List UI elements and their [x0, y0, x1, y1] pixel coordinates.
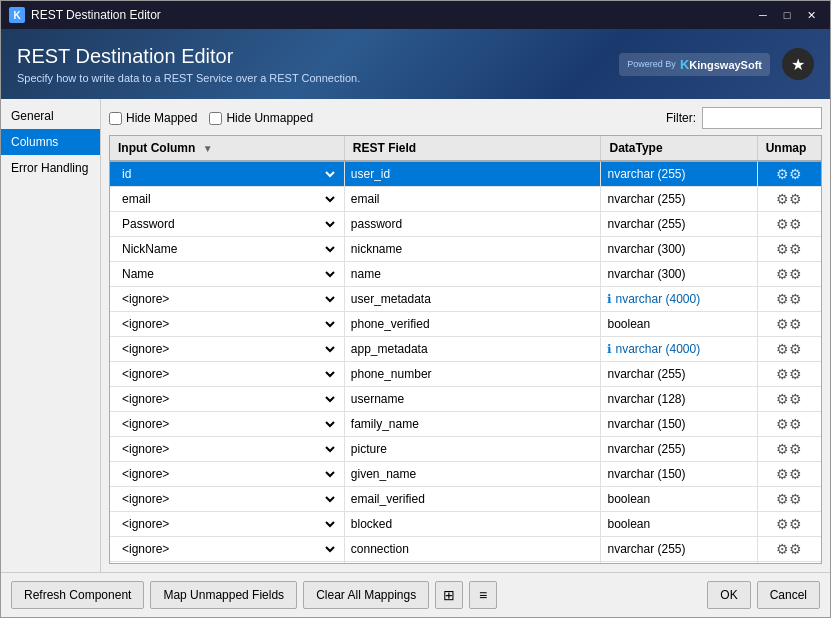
toolbar-left: Hide Mapped Hide Unmapped: [109, 111, 313, 125]
hide-mapped-input[interactable]: [109, 112, 122, 125]
title-bar: K REST Destination Editor ─ □ ✕: [1, 1, 830, 29]
unmap-button[interactable]: ⚙⚙: [764, 491, 815, 507]
input-column-select[interactable]: <ignore>: [116, 515, 338, 533]
table-row: <ignore>email_verifiedboolean⚙⚙: [110, 487, 821, 512]
maximize-button[interactable]: □: [776, 6, 798, 24]
input-column-select[interactable]: Password: [116, 215, 338, 233]
minimize-button[interactable]: ─: [752, 6, 774, 24]
cell-data-type: boolean: [601, 562, 757, 565]
table-icon: ⊞: [443, 587, 455, 603]
cell-unmap: ⚙⚙: [757, 187, 821, 212]
cell-rest-field: phone_verified: [344, 312, 601, 337]
cell-unmap: ⚙⚙: [757, 562, 821, 565]
table-row: <ignore>verify_emailboolean⚙⚙: [110, 562, 821, 565]
cell-input-column: <ignore>: [110, 562, 344, 565]
input-column-select[interactable]: <ignore>: [116, 490, 338, 508]
cell-rest-field: verify_email: [344, 562, 601, 565]
cell-rest-field: app_metadata: [344, 337, 601, 362]
unmap-button[interactable]: ⚙⚙: [764, 441, 815, 457]
input-column-select[interactable]: Name: [116, 265, 338, 283]
unmap-button[interactable]: ⚙⚙: [764, 191, 815, 207]
input-column-select[interactable]: NickName: [116, 240, 338, 258]
cell-input-column: <ignore>: [110, 487, 344, 512]
cell-unmap: ⚙⚙: [757, 337, 821, 362]
input-column-select[interactable]: <ignore>: [116, 365, 338, 383]
cancel-button[interactable]: Cancel: [757, 581, 820, 609]
input-column-select[interactable]: id: [116, 165, 338, 183]
header-unmap: Unmap: [757, 136, 821, 161]
window: K REST Destination Editor ─ □ ✕ REST Des…: [0, 0, 831, 618]
unmap-button[interactable]: ⚙⚙: [764, 541, 815, 557]
cell-rest-field: user_id: [344, 161, 601, 187]
cell-data-type: nvarchar (150): [601, 462, 757, 487]
table-view-button[interactable]: ⊞: [435, 581, 463, 609]
footer-left: Refresh Component Map Unmapped Fields Cl…: [11, 581, 497, 609]
unmap-button[interactable]: ⚙⚙: [764, 466, 815, 482]
cell-rest-field: connection: [344, 537, 601, 562]
header-title: REST Destination Editor: [17, 45, 360, 68]
cell-data-type: nvarchar (300): [601, 262, 757, 287]
cell-input-column: <ignore>: [110, 537, 344, 562]
sidebar-item-general[interactable]: General: [1, 103, 100, 129]
sidebar-item-error-handling[interactable]: Error Handling: [1, 155, 100, 181]
input-column-select[interactable]: <ignore>: [116, 415, 338, 433]
unmap-button[interactable]: ⚙⚙: [764, 266, 815, 282]
input-column-select[interactable]: <ignore>: [116, 290, 338, 308]
table-row: <ignore>user_metadataℹnvarchar (4000)⚙⚙: [110, 287, 821, 312]
clear-mappings-button[interactable]: Clear All Mappings: [303, 581, 429, 609]
unmap-button[interactable]: ⚙⚙: [764, 166, 815, 182]
input-column-select[interactable]: <ignore>: [116, 315, 338, 333]
cell-rest-field: name: [344, 262, 601, 287]
unmap-button[interactable]: ⚙⚙: [764, 391, 815, 407]
cell-rest-field: email_verified: [344, 487, 601, 512]
input-column-select[interactable]: <ignore>: [116, 440, 338, 458]
sidebar-item-columns[interactable]: Columns: [1, 129, 100, 155]
cell-rest-field: email: [344, 187, 601, 212]
hide-unmapped-checkbox[interactable]: Hide Unmapped: [209, 111, 313, 125]
hide-mapped-checkbox[interactable]: Hide Mapped: [109, 111, 197, 125]
input-column-select[interactable]: <ignore>: [116, 340, 338, 358]
star-logo: ★: [782, 48, 814, 80]
unmap-button[interactable]: ⚙⚙: [764, 241, 815, 257]
cell-input-column: Password: [110, 212, 344, 237]
table-row: <ignore>phone_numbernvarchar (255)⚙⚙: [110, 362, 821, 387]
header-left: REST Destination Editor Specify how to w…: [17, 45, 360, 84]
sort-arrow-input: ▼: [203, 143, 213, 154]
map-unmapped-button[interactable]: Map Unmapped Fields: [150, 581, 297, 609]
cell-input-column: <ignore>: [110, 437, 344, 462]
header-input-column: Input Column ▼: [110, 136, 344, 161]
unmap-button[interactable]: ⚙⚙: [764, 316, 815, 332]
cell-rest-field: password: [344, 212, 601, 237]
unmap-button[interactable]: ⚙⚙: [764, 516, 815, 532]
cell-unmap: ⚙⚙: [757, 312, 821, 337]
cell-input-column: <ignore>: [110, 362, 344, 387]
input-column-select[interactable]: email: [116, 190, 338, 208]
unmap-button[interactable]: ⚙⚙: [764, 341, 815, 357]
input-column-select[interactable]: <ignore>: [116, 465, 338, 483]
title-bar-controls: ─ □ ✕: [752, 6, 822, 24]
input-column-select[interactable]: <ignore>: [116, 390, 338, 408]
cell-data-type: ℹnvarchar (4000): [601, 287, 757, 312]
unmap-button[interactable]: ⚙⚙: [764, 366, 815, 382]
cell-data-type: nvarchar (150): [601, 412, 757, 437]
ok-button[interactable]: OK: [707, 581, 750, 609]
content-area: Hide Mapped Hide Unmapped Filter:: [101, 99, 830, 572]
input-column-select[interactable]: <ignore>: [116, 540, 338, 558]
close-button[interactable]: ✕: [800, 6, 822, 24]
cell-unmap: ⚙⚙: [757, 212, 821, 237]
info-icon: ℹ: [607, 292, 612, 306]
hide-unmapped-input[interactable]: [209, 112, 222, 125]
table-row: <ignore>blockedboolean⚙⚙: [110, 512, 821, 537]
toolbar-right: Filter:: [666, 107, 822, 129]
unmap-button[interactable]: ⚙⚙: [764, 291, 815, 307]
title-bar-text: REST Destination Editor: [31, 8, 161, 22]
unmap-button[interactable]: ⚙⚙: [764, 216, 815, 232]
list-view-button[interactable]: ≡: [469, 581, 497, 609]
refresh-button[interactable]: Refresh Component: [11, 581, 144, 609]
unmap-button[interactable]: ⚙⚙: [764, 416, 815, 432]
cell-input-column: <ignore>: [110, 337, 344, 362]
cell-data-type: nvarchar (255): [601, 537, 757, 562]
cell-input-column: <ignore>: [110, 387, 344, 412]
filter-input[interactable]: [702, 107, 822, 129]
table-row: <ignore>picturenvarchar (255)⚙⚙: [110, 437, 821, 462]
